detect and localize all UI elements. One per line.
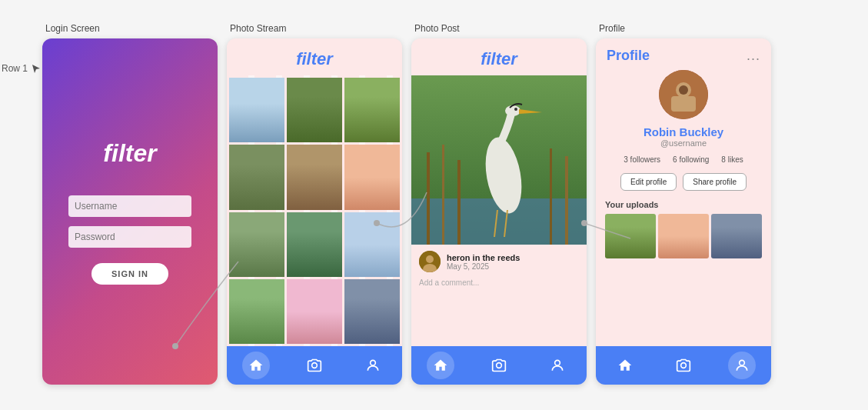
post-bottom-nav [411, 346, 587, 385]
svg-point-24 [740, 360, 745, 365]
photo-thumb-8[interactable] [287, 212, 342, 277]
svg-rect-4 [427, 152, 430, 245]
profile-avatar [659, 70, 708, 119]
photo-thumb-2[interactable] [287, 78, 342, 142]
post-title: heron in the reeds [447, 253, 520, 262]
svg-point-1 [371, 360, 376, 365]
svg-point-11 [514, 108, 517, 111]
svg-rect-21 [671, 96, 696, 112]
svg-point-15 [426, 255, 434, 263]
login-title: filter [103, 139, 156, 168]
post-date: May 5, 2025 [447, 262, 520, 271]
password-input[interactable] [68, 226, 191, 248]
photo-thumb-11[interactable] [287, 279, 342, 344]
photo-post-screen: filter [411, 38, 587, 385]
post-nav-home-icon[interactable] [427, 352, 454, 379]
followers-text: 3 followers [624, 155, 660, 164]
svg-point-10 [505, 105, 520, 116]
photo-post-column: Photo Post filter [411, 23, 587, 385]
comment-placeholder[interactable]: Add a comment... [411, 275, 587, 290]
svg-rect-5 [442, 145, 444, 245]
profile-stats: 3 followers 6 following 8 likes [624, 155, 743, 164]
photo-stream-label: Photo Stream [227, 23, 286, 34]
post-text-block: heron in the reeds May 5, 2025 [447, 253, 520, 271]
svg-point-0 [312, 363, 318, 368]
photo-grid [227, 75, 402, 346]
photo-thumb-10[interactable] [229, 279, 284, 344]
profile-screen: Profile ... Robin Buckley @us [596, 38, 771, 385]
post-info-row: heron in the reeds May 5, 2025 [411, 245, 587, 275]
share-profile-button[interactable]: Share profile [683, 173, 747, 191]
photo-stream-column: Photo Stream filter [227, 23, 402, 385]
profile-title-text: Profile [607, 48, 650, 64]
dots-menu-button[interactable]: ... [747, 48, 760, 64]
sign-in-button[interactable]: SIGN IN [91, 263, 168, 285]
upload-thumb-3[interactable] [711, 214, 762, 258]
following-stat: 6 following [673, 155, 709, 164]
svg-point-23 [681, 363, 687, 368]
upload-thumb-1[interactable] [605, 214, 656, 258]
profile-header: Profile ... [596, 38, 771, 70]
profile-screen-column: Profile Profile ... [596, 23, 771, 385]
profile-username: @username [660, 138, 707, 148]
photo-thumb-1[interactable] [229, 78, 284, 142]
login-screen: filter SIGN IN [42, 38, 218, 385]
photo-thumb-3[interactable] [344, 78, 400, 142]
svg-point-22 [679, 85, 688, 95]
photo-thumb-4[interactable] [229, 145, 284, 209]
svg-point-18 [555, 360, 560, 365]
cursor-icon [31, 63, 42, 74]
profile-nav-profile-icon[interactable] [728, 352, 756, 379]
nav-camera-icon[interactable] [301, 352, 328, 379]
profile-body: Robin Buckley @username 3 followers 6 fo… [596, 70, 771, 258]
photo-thumb-7[interactable] [229, 212, 284, 277]
profile-actions: Edit profile Share profile [620, 173, 747, 191]
login-screen-column: Login Screen filter SIGN IN [42, 23, 218, 385]
edit-profile-button[interactable]: Edit profile [620, 173, 677, 191]
profile-nav-home-icon[interactable] [611, 352, 639, 379]
row-label: Row 1 [2, 63, 42, 74]
post-app-title: filter [411, 38, 587, 75]
post-nav-camera-icon[interactable] [485, 352, 513, 379]
photo-thumb-9[interactable] [344, 212, 400, 277]
likes-text: 8 likes [721, 155, 743, 164]
svg-rect-8 [565, 156, 568, 245]
heron-image-svg [411, 75, 587, 245]
photo-stream-screen: filter [227, 38, 402, 385]
post-nav-profile-icon[interactable] [544, 352, 571, 379]
login-screen-label: Login Screen [42, 23, 100, 34]
photo-thumb-5[interactable] [287, 145, 342, 209]
svg-rect-7 [550, 148, 552, 245]
post-user-avatar[interactable] [419, 251, 441, 272]
stream-bottom-nav [227, 346, 402, 385]
likes-stat: 8 likes [721, 155, 743, 164]
profile-name: Robin Buckley [644, 125, 723, 138]
photo-post-label: Photo Post [411, 23, 460, 34]
profile-bottom-nav [596, 346, 771, 385]
followers-stat: 3 followers [624, 155, 660, 164]
username-input[interactable] [68, 195, 191, 217]
uploads-grid [605, 214, 762, 258]
upload-thumb-2[interactable] [658, 214, 709, 258]
stream-app-title: filter [227, 38, 402, 75]
profile-nav-camera-icon[interactable] [670, 352, 697, 379]
nav-home-icon[interactable] [242, 352, 270, 379]
photo-thumb-12[interactable] [344, 279, 400, 344]
nav-profile-icon[interactable] [359, 352, 387, 379]
following-text: 6 following [673, 155, 709, 164]
uploads-label: Your uploads [605, 200, 658, 209]
photo-thumb-6[interactable] [344, 145, 400, 209]
svg-rect-6 [457, 160, 461, 245]
post-main-image [411, 75, 587, 245]
profile-screen-label: Profile [596, 23, 625, 34]
svg-point-17 [497, 363, 502, 368]
